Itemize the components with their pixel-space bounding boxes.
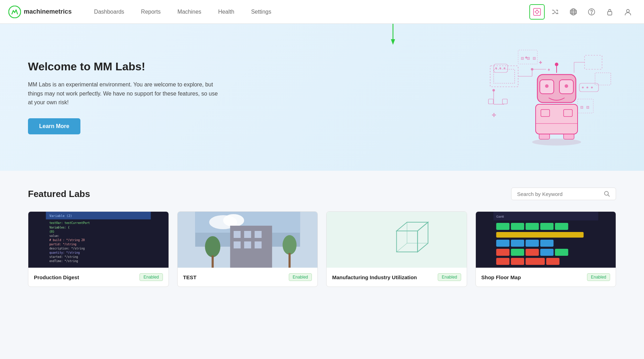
learn-more-button[interactable]: Learn More (28, 118, 80, 134)
nav-dashboards[interactable]: Dashboards (86, 0, 133, 24)
svg-rect-114 (496, 240, 509, 247)
svg-rect-19 (494, 69, 515, 83)
svg-rect-96 (288, 253, 291, 268)
svg-rect-27 (502, 99, 507, 104)
card-image-test (178, 212, 318, 268)
user-button[interactable] (620, 4, 636, 20)
svg-rect-28 (488, 99, 493, 104)
nav-settings[interactable]: Settings (243, 0, 280, 24)
lock-button[interactable] (602, 4, 617, 20)
svg-text:Gantt: Gantt (496, 215, 504, 218)
svg-text:⊡: ⊡ (527, 56, 530, 60)
hero-description: MM Labs is an experimental environment. … (28, 80, 224, 107)
card-title-shop-floor: Shop Floor Map (481, 274, 584, 280)
svg-rect-33 (585, 55, 602, 69)
svg-point-85 (223, 214, 244, 227)
lab-card-production-digest[interactable]: Variable (2) testVar: testCurrentPort Va… (28, 211, 169, 287)
lab-card-test[interactable]: TEST Enabled (177, 211, 318, 287)
svg-rect-116 (525, 240, 539, 247)
svg-text:value:: value: (49, 234, 59, 238)
svg-rect-91 (244, 241, 251, 248)
featured-labs-section: Featured Labs Variable (2) testVar: test… (0, 171, 644, 304)
card-title-manufacturing: Manufacturing Industry Utilization (332, 274, 435, 280)
svg-point-55 (565, 84, 568, 88)
nav-machines[interactable]: Machines (169, 0, 209, 24)
navbar: machinemetrics Dashboards Reports Machin… (0, 0, 644, 24)
badge-production-digest: Enabled (139, 273, 163, 281)
labs-button[interactable] (529, 4, 545, 20)
svg-rect-109 (511, 223, 524, 230)
card-footer-shop-floor: Shop Floor Map Enabled (476, 268, 616, 287)
svg-rect-14 (608, 12, 612, 15)
svg-point-57 (555, 63, 558, 66)
svg-point-44 (591, 87, 593, 88)
svg-rect-124 (511, 258, 524, 265)
help-icon (588, 8, 595, 16)
card-image-shop-floor: Gantt (476, 212, 616, 268)
svg-text:quantity: */string: quantity: */string (49, 251, 80, 254)
svg-text:⊡: ⊡ (586, 105, 589, 109)
card-image-manufacturing (327, 212, 467, 268)
help-button[interactable] (584, 4, 599, 20)
hero-content: Welcome to MM Labs! MM Labs is an experi… (28, 60, 224, 134)
svg-point-38 (495, 68, 497, 69)
user-icon (624, 8, 632, 16)
svg-text:started: */string: started: */string (49, 255, 78, 259)
svg-rect-122 (555, 249, 568, 256)
lock-icon (606, 8, 614, 16)
svg-marker-17 (391, 39, 395, 45)
card-image-production-digest: Variable (2) testVar: testCurrentPort Va… (28, 212, 169, 268)
svg-text:description: */string: description: */string (49, 247, 85, 250)
svg-rect-113 (496, 232, 584, 238)
svg-point-93 (205, 236, 220, 257)
svg-point-43 (587, 87, 588, 88)
svg-rect-123 (496, 258, 509, 265)
svg-rect-126 (546, 258, 559, 265)
svg-rect-121 (540, 249, 553, 256)
card-title-test: TEST (183, 274, 286, 280)
svg-text:Variables: {: Variables: { (49, 226, 70, 229)
card-footer-manufacturing: Manufacturing Industry Utilization Enabl… (327, 268, 467, 287)
search-container (511, 188, 616, 200)
svg-point-42 (582, 87, 584, 88)
svg-text:⊹: ⊹ (492, 112, 496, 118)
svg-rect-89 (255, 231, 262, 238)
hero-illustration: + + + ⊹ (483, 45, 616, 150)
globe-button[interactable] (566, 4, 581, 20)
svg-rect-111 (540, 223, 553, 230)
svg-point-13 (591, 13, 592, 14)
svg-text:+: + (548, 68, 550, 72)
nav-health[interactable]: Health (210, 0, 243, 24)
svg-rect-115 (511, 240, 524, 247)
featured-title: Featured Labs (28, 189, 90, 199)
shuffle-button[interactable] (548, 4, 563, 20)
svg-text:endTime: */string: endTime: */string (49, 260, 78, 263)
svg-rect-47 (536, 104, 578, 134)
logo[interactable]: machinemetrics (8, 6, 72, 18)
lab-card-manufacturing[interactable]: Manufacturing Industry Utilization Enabl… (326, 211, 467, 287)
svg-rect-92 (255, 241, 262, 248)
navbar-actions (529, 4, 636, 20)
svg-text:⊡: ⊡ (533, 56, 536, 60)
nav-reports[interactable]: Reports (133, 0, 169, 24)
svg-point-95 (282, 235, 296, 255)
svg-point-25 (493, 89, 495, 91)
svg-point-26 (531, 68, 533, 70)
svg-rect-119 (511, 249, 524, 256)
svg-rect-88 (244, 231, 251, 238)
svg-rect-94 (212, 255, 214, 268)
svg-text:⊡: ⊡ (521, 56, 524, 60)
svg-point-40 (504, 68, 505, 69)
globe-icon (570, 8, 577, 16)
card-footer-test: TEST Enabled (178, 268, 318, 287)
svg-rect-117 (540, 240, 553, 247)
search-input[interactable] (517, 191, 601, 197)
svg-rect-125 (525, 258, 545, 265)
hero-title: Welcome to MM Labs! (28, 60, 224, 73)
svg-rect-110 (525, 223, 539, 230)
badge-shop-floor: Enabled (587, 273, 610, 281)
labs-icon (533, 8, 541, 16)
lab-card-shop-floor[interactable]: Gantt (475, 211, 616, 287)
svg-point-2 (536, 10, 538, 13)
svg-text:Variable (2): Variable (2) (49, 214, 72, 218)
